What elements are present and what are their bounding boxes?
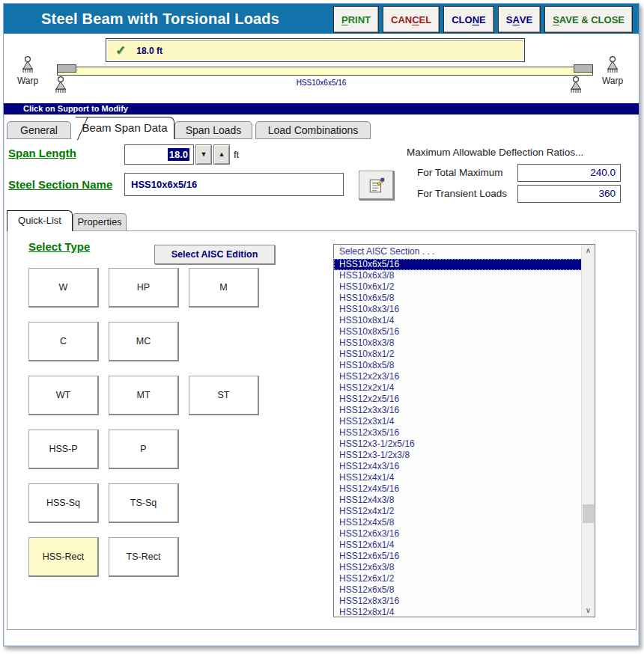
list-item[interactable]: HSS12x6x5/8: [334, 584, 582, 596]
cancel-button[interactable]: CANCEL: [383, 6, 440, 33]
subtab-properties[interactable]: Properties: [73, 213, 127, 231]
section-name-label: Steel Section Name: [8, 178, 112, 191]
type-button-mc[interactable]: MC: [109, 322, 179, 361]
check-icon: ✓: [115, 43, 126, 58]
steel-beam-dialog: Steel Beam with Torsional Loads ? PRINT …: [3, 3, 640, 647]
list-item[interactable]: HSS12x3-1/2x5/16: [334, 438, 582, 450]
beam-end-cap-right: [574, 64, 593, 73]
title-bar: Steel Beam with Torsional Loads ? PRINT …: [4, 4, 639, 34]
scroll-up-icon[interactable]: ∧: [582, 245, 595, 257]
list-item[interactable]: HSS12x3x1/4: [334, 416, 582, 427]
right-warp-marker[interactable]: Warp: [599, 56, 626, 86]
tab-load-combinations[interactable]: Load Combinations: [255, 121, 371, 139]
app-screen: Steel Beam with Torsional Loads ? PRINT …: [0, 0, 644, 654]
type-button-ts-sq[interactable]: TS-Sq: [109, 483, 179, 523]
save-and-close-button[interactable]: SAVE & CLOSE: [544, 6, 633, 33]
list-item[interactable]: HSS12x4x1/4: [334, 472, 582, 483]
list-item[interactable]: HSS10x8x3/8: [334, 337, 582, 349]
aisc-section-listbox: Select AISC Section . . . HSS10x6x5/16HS…: [333, 244, 595, 617]
list-item[interactable]: HSS10x8x5/16: [334, 326, 582, 337]
tab-span-loads[interactable]: Span Loads: [174, 121, 252, 139]
list-item[interactable]: HSS10x6x1/2: [334, 281, 582, 293]
spin-down-icon[interactable]: ▼: [195, 144, 212, 165]
list-item[interactable]: HSS12x2x1/4: [334, 382, 582, 394]
tab-beam-span-data[interactable]: Beam Span Data: [76, 117, 174, 139]
type-button-p[interactable]: P: [109, 430, 179, 469]
list-item[interactable]: HSS10x6x5/16: [334, 259, 582, 270]
list-scrollbar[interactable]: ∧ ∨: [581, 245, 595, 617]
type-button-m[interactable]: M: [189, 268, 259, 308]
type-button-c[interactable]: C: [28, 322, 99, 361]
span-length-input[interactable]: 18.0: [124, 144, 194, 165]
list-item[interactable]: HSS12x3-1/2x3/8: [334, 450, 582, 461]
type-button-hss-rect[interactable]: HSS-Rect: [28, 537, 99, 577]
tab-general[interactable]: General: [7, 121, 71, 139]
type-button-wt[interactable]: WT: [28, 376, 99, 415]
subtab-quick-list[interactable]: Quick-List: [7, 210, 73, 231]
type-button-st[interactable]: ST: [189, 376, 259, 415]
beam-diagram: ✓ 18.0 ft Warp HSS10x6x5/16 Warp: [4, 35, 639, 103]
warp-support-icon: [605, 56, 620, 74]
span-length-annotation: 18.0 ft: [136, 46, 162, 56]
deflection-ratios-header: Maximum Allowable Deflection Ratios...: [407, 147, 583, 158]
list-item[interactable]: HSS10x8x5/8: [334, 360, 582, 371]
section-name-input[interactable]: HSS10x6x5/16: [124, 173, 344, 196]
list-item[interactable]: HSS10x8x1/4: [334, 315, 582, 326]
transient-loads-input[interactable]: 360: [517, 185, 621, 203]
print-button[interactable]: PRINT: [333, 6, 379, 33]
list-item[interactable]: HSS12x4x1/2: [334, 506, 582, 517]
total-maximum-label: For Total Maximum: [417, 167, 503, 178]
list-item[interactable]: HSS10x6x3/8: [334, 270, 582, 281]
select-type-label: Select Type: [28, 240, 90, 253]
total-maximum-input[interactable]: 240.0: [517, 164, 621, 182]
scroll-down-icon[interactable]: ∨: [582, 605, 595, 617]
list-item[interactable]: HSS12x6x1/4: [334, 540, 582, 551]
clone-button[interactable]: CLONE: [443, 6, 494, 33]
span-length-label: Span Length: [8, 147, 76, 159]
section-list-button[interactable]: [359, 171, 394, 200]
title-bar-buttons: PRINT CANCEL CLONE SAVE SAVE & CLOSE: [333, 6, 633, 33]
span-info-box[interactable]: ✓ 18.0 ft: [106, 38, 525, 62]
list-item[interactable]: HSS12x8x3/16: [334, 596, 582, 607]
save-button[interactable]: SAVE: [498, 6, 541, 33]
span-length-unit: ft: [234, 149, 239, 160]
list-item[interactable]: HSS12x6x3/16: [334, 528, 582, 540]
type-button-mt[interactable]: MT: [109, 376, 179, 415]
list-item[interactable]: HSS12x4x3/16: [334, 461, 582, 472]
type-button-hss-sq[interactable]: HSS-Sq: [28, 483, 99, 523]
list-item[interactable]: HSS12x8x1/4: [334, 607, 582, 617]
type-button-hp[interactable]: HP: [109, 268, 179, 308]
list-item[interactable]: HSS12x4x5/16: [334, 483, 582, 495]
scrollbar-thumb[interactable]: [583, 504, 594, 523]
list-item[interactable]: HSS12x4x5/8: [334, 517, 582, 528]
list-item[interactable]: HSS12x2x5/16: [334, 394, 582, 405]
transient-loads-label: For Transient Loads: [417, 188, 507, 199]
list-item[interactable]: HSS12x6x5/16: [334, 551, 582, 562]
select-aisc-edition-button[interactable]: Select AISC Edition: [154, 245, 275, 264]
beam-bar: [57, 67, 593, 76]
beam-section-label: HSS10x6x5/16: [4, 79, 639, 87]
list-item[interactable]: HSS10x6x5/8: [334, 293, 582, 304]
aisc-list-header: Select AISC Section . . .: [334, 245, 595, 257]
type-button-w[interactable]: W: [28, 268, 99, 308]
type-button-hss-p[interactable]: HSS-P: [28, 430, 99, 469]
type-button-ts-rect[interactable]: TS-Rect: [109, 537, 179, 577]
list-item[interactable]: HSS10x8x3/16: [334, 304, 582, 315]
support-hint-bar: Click on Support to Modify: [4, 103, 639, 114]
list-item[interactable]: HSS12x6x1/2: [334, 573, 582, 584]
main-tab-strip: General Beam Span Data Span Loads Load C…: [4, 117, 639, 139]
warp-support-icon: [20, 56, 35, 74]
dialog-title: Steel Beam with Torsional Loads: [4, 10, 279, 28]
spin-up-icon[interactable]: ▲: [213, 144, 230, 165]
list-item[interactable]: HSS12x4x3/8: [334, 495, 582, 506]
beam-end-cap-left: [57, 64, 76, 73]
list-item[interactable]: HSS12x3x5/16: [334, 427, 582, 438]
quick-list-panel: Select Type Select AISC Edition W HP M C…: [7, 230, 637, 630]
list-item[interactable]: HSS12x3x3/16: [334, 405, 582, 416]
notepad-pencil-icon: [368, 177, 386, 195]
list-item[interactable]: HSS12x2x3/16: [334, 371, 582, 382]
list-item[interactable]: HSS10x8x1/2: [334, 349, 582, 360]
warp-label: Warp: [599, 76, 626, 86]
aisc-section-list-items: HSS10x6x5/16HSS10x6x3/8HSS10x6x1/2HSS10x…: [334, 259, 582, 617]
list-item[interactable]: HSS12x6x3/8: [334, 562, 582, 573]
